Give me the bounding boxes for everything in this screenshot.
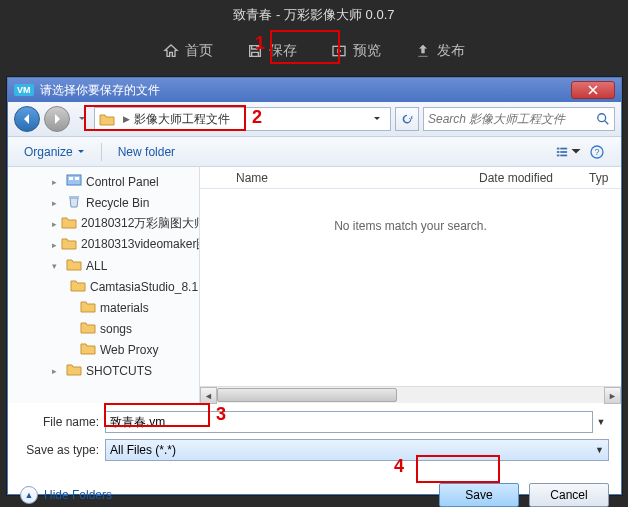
tree-item-label: CamtasiaStudio_8.1.2 (90, 280, 200, 294)
chevron-down-icon (570, 145, 582, 159)
col-date[interactable]: Date modified (471, 171, 581, 185)
nav-back-button[interactable] (14, 106, 40, 132)
svg-rect-5 (560, 151, 567, 153)
chevron-down-icon: ▼ (595, 445, 604, 455)
help-icon: ? (590, 145, 604, 159)
vm-badge: VM (14, 84, 34, 96)
svg-rect-12 (75, 177, 79, 180)
help-button[interactable]: ? (583, 141, 611, 163)
annotation-box-1 (270, 30, 340, 64)
organize-button[interactable]: Organize (18, 142, 91, 162)
svg-rect-4 (557, 151, 560, 153)
scrollbar-thumb[interactable] (217, 388, 397, 402)
col-type[interactable]: Typ (581, 171, 621, 185)
annotation-num-4: 4 (394, 456, 404, 477)
tree-item[interactable]: ▾ALL (8, 255, 199, 276)
search-input[interactable] (428, 112, 596, 126)
save-as-type-label: Save as type: (20, 443, 105, 457)
toolbar-preview-label: 预览 (353, 42, 381, 60)
cancel-button[interactable]: Cancel (529, 483, 609, 507)
annotation-num-3: 3 (216, 404, 226, 425)
tree-item-label: songs (100, 322, 132, 336)
tree-arrow: ▸ (52, 240, 57, 250)
search-box[interactable] (423, 107, 615, 131)
scroll-right-button[interactable]: ► (604, 387, 621, 404)
folder-icon (66, 194, 82, 211)
toolbar-home-label: 首页 (185, 42, 213, 60)
svg-text:?: ? (594, 147, 599, 157)
folder-icon (80, 320, 96, 337)
toolbar-publish[interactable]: 发布 (407, 38, 473, 64)
new-folder-button[interactable]: New folder (112, 142, 181, 162)
save-dialog: VM 请选择你要保存的文件 ▶ 影像大师工程文件 (7, 77, 622, 495)
app-title: 致青春 - 万彩影像大师 0.0.7 (0, 0, 628, 24)
dialog-toolbar: Organize New folder ? (8, 137, 621, 167)
hide-folders-button[interactable]: ▲ Hide Folders (20, 486, 112, 504)
dialog-title: 请选择你要保存的文件 (40, 82, 160, 99)
tree-item[interactable]: ▸20180313videomaker图 (8, 234, 199, 255)
folder-icon (66, 173, 82, 190)
arrow-right-icon (51, 113, 63, 125)
folder-icon (66, 362, 82, 379)
dialog-titlebar: VM 请选择你要保存的文件 (8, 78, 621, 102)
tree-item[interactable]: CamtasiaStudio_8.1.2 (8, 276, 199, 297)
file-name-dropdown[interactable]: ▼ (593, 417, 609, 427)
tree-item[interactable]: ▸20180312万彩脑图大师 (8, 213, 199, 234)
tree-item-label: 20180312万彩脑图大师 (81, 215, 200, 232)
file-list: Name Date modified Typ No items match yo… (200, 167, 621, 403)
tree-item-label: Recycle Bin (86, 196, 149, 210)
tree-item[interactable]: ▸Recycle Bin (8, 192, 199, 213)
upload-icon (415, 43, 431, 59)
svg-rect-3 (560, 147, 567, 149)
tree-item[interactable]: ▸SHOTCUTS (8, 360, 199, 381)
tree-item[interactable]: Web Proxy (8, 339, 199, 360)
separator (101, 143, 102, 161)
toolbar-home[interactable]: 首页 (155, 38, 221, 64)
tree-item[interactable]: materials (8, 297, 199, 318)
close-icon (588, 85, 598, 95)
save-as-type-dropdown[interactable]: All Files (*.*) ▼ (105, 439, 609, 461)
toolbar-publish-label: 发布 (437, 42, 465, 60)
chevron-up-icon: ▲ (20, 486, 38, 504)
breadcrumb-dropdown[interactable] (368, 115, 386, 123)
tree-item-label: materials (100, 301, 149, 315)
svg-rect-2 (557, 147, 560, 149)
folder-icon (70, 278, 86, 295)
folder-icon (66, 257, 82, 274)
tree-arrow: ▸ (52, 177, 62, 187)
chevron-down-icon (77, 148, 85, 156)
tree-arrow: ▾ (52, 261, 62, 271)
annotation-box-3 (104, 403, 210, 427)
tree-item-label: Control Panel (86, 175, 159, 189)
annotation-num-1: 1 (255, 33, 265, 54)
folder-tree[interactable]: ▸Control Panel▸Recycle Bin▸20180312万彩脑图大… (8, 167, 200, 403)
arrow-left-icon (21, 113, 33, 125)
tree-item-label: SHOTCUTS (86, 364, 152, 378)
empty-message: No items match your search. (200, 189, 621, 386)
tree-item[interactable]: songs (8, 318, 199, 339)
folder-icon (80, 341, 96, 358)
list-header[interactable]: Name Date modified Typ (200, 167, 621, 189)
tree-arrow: ▸ (52, 198, 62, 208)
view-options-button[interactable] (555, 141, 583, 163)
folder-icon (61, 236, 77, 253)
svg-rect-11 (69, 177, 73, 180)
annotation-num-2: 2 (252, 107, 262, 128)
save-as-type-value: All Files (*.*) (110, 443, 176, 457)
tree-item[interactable]: ▸Control Panel (8, 171, 199, 192)
col-name[interactable]: Name (228, 171, 471, 185)
annotation-box-2 (84, 105, 246, 131)
home-icon (163, 43, 179, 59)
save-button[interactable]: Save (439, 483, 519, 507)
horizontal-scrollbar[interactable]: ◄ ► (200, 386, 621, 403)
search-icon (596, 112, 610, 126)
svg-rect-6 (557, 154, 560, 156)
annotation-box-4 (416, 455, 500, 483)
tree-arrow: ▸ (52, 219, 57, 229)
nav-forward-button[interactable] (44, 106, 70, 132)
scroll-left-button[interactable]: ◄ (200, 387, 217, 404)
svg-point-1 (598, 114, 606, 122)
svg-rect-7 (560, 154, 567, 156)
refresh-button[interactable] (395, 107, 419, 131)
close-button[interactable] (571, 81, 615, 99)
